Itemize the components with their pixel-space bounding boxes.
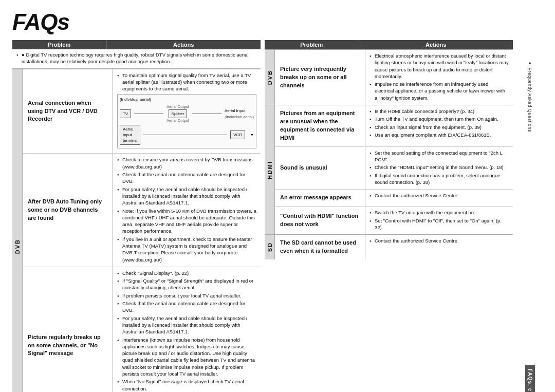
hdmi-pic-action-2: Turn Off the TV and equipment, then turn… bbox=[369, 116, 509, 122]
frequently-asked-label: ● Frequently Asked Questions bbox=[527, 61, 532, 132]
right-sd-label: SD bbox=[265, 235, 275, 259]
left-dvb-section: DVB Aerial connection when using DTV and… bbox=[12, 69, 261, 392]
right-dvb-rows: Picture very infrequently breaks up on s… bbox=[275, 50, 513, 105]
right-column: Problem Actions DVB Picture very infrequ… bbox=[265, 40, 513, 392]
problem-control-hdmi: "Control with HDMI" function does not wo… bbox=[275, 207, 365, 234]
left-dvb-label: DVB bbox=[12, 69, 23, 392]
right-hdmi-section: HDMI Pictures from an equipment are unus… bbox=[265, 105, 513, 234]
intro-text: ● Digital TV reception technology requir… bbox=[16, 51, 256, 65]
problem-aerial: Aerial connection when using DTV and VCR… bbox=[23, 69, 113, 154]
dvb-action-4: Note: If you live within 5-10 Km of DVB … bbox=[117, 208, 256, 235]
dvb-action-3: For your safety, the aerial and cable sh… bbox=[117, 186, 256, 207]
faq-item-control-hdmi: "Control with HDMI" function does not wo… bbox=[275, 207, 513, 234]
actions-error: Contact the authorized Service Centre. bbox=[365, 190, 513, 206]
faq-item-hdmi-pictures: Pictures from an equipment are unusual w… bbox=[275, 105, 513, 147]
pb-action-3: If problem persists consult your local T… bbox=[117, 292, 256, 299]
dvb-action-1: Check to ensure your area is covered by … bbox=[117, 156, 256, 170]
intro-area: ● Digital TV reception technology requir… bbox=[12, 49, 261, 69]
actions-infrequent: Electrical atmospheric interference caus… bbox=[365, 50, 513, 105]
page-title: FAQs bbox=[12, 9, 543, 35]
ctrl-hdmi-action-1: Switch the TV on again with the equipmen… bbox=[369, 209, 509, 216]
problem-infrequent: Picture very infrequently breaks up on s… bbox=[275, 50, 365, 105]
left-column: Problem Actions ● Digital TV reception t… bbox=[12, 40, 261, 392]
actions-picture-breaks: Check "Signal Display". (p. 22) If "Sign… bbox=[113, 267, 261, 392]
faq-item-picture-breaks: Picture regularly breaks up on some chan… bbox=[23, 267, 261, 392]
aerial-input-terminal: AerialInputterminal bbox=[120, 125, 140, 145]
left-header-actions: Actions bbox=[107, 40, 261, 49]
right-table-header: Problem Actions bbox=[265, 40, 513, 49]
actions-control-hdmi: Switch the TV on again with the equipmen… bbox=[365, 207, 513, 234]
left-dvb-rows: Aerial connection when using DTV and VCR… bbox=[23, 69, 261, 392]
ctrl-hdmi-action-2: Set "Control with HDMI" to "Off", then s… bbox=[369, 217, 509, 231]
aerial-action-1: To maintain optimum signal quality from … bbox=[117, 72, 256, 92]
problem-hdmi-pictures: Pictures from an equipment are unusual w… bbox=[275, 105, 365, 146]
inf-action-2: Impulse noise interference from an infre… bbox=[369, 81, 509, 101]
faq-item-dvb-tuning: After DVB Auto Tuning only some or no DV… bbox=[23, 154, 261, 267]
faq-item-infrequent: Picture very infrequently breaks up on s… bbox=[275, 50, 513, 105]
pb-action-6: Interference (known as impulse noise) fr… bbox=[117, 337, 256, 378]
sd-action-1: Contact the authorized Service Centre. bbox=[369, 237, 509, 244]
hdmi-pic-action-3: Check an input signal from the equipment… bbox=[369, 124, 509, 130]
inf-action-1: Electrical atmospheric interference caus… bbox=[369, 52, 509, 80]
dvb-action-2: Check that the aerial and antenna cable … bbox=[117, 171, 256, 185]
right-sd-section: SD The SD card cannot be used even when … bbox=[265, 234, 513, 259]
right-hdmi-rows: Pictures from an equipment are unusual w… bbox=[275, 105, 513, 234]
faq-item-sound: Sound is unusual Set the sound setting o… bbox=[275, 147, 513, 190]
actions-dvb-tuning: Check to ensure your area is covered by … bbox=[113, 154, 261, 266]
hdmi-pic-action-4: Use an equipment compliant with EIA/CEA-… bbox=[369, 132, 509, 138]
pb-action-7: When "No Signal" message is displayed ch… bbox=[117, 378, 256, 392]
actions-sd-card: Contact the authorized Service Centre. bbox=[365, 235, 513, 259]
right-header-problem: Problem bbox=[265, 40, 359, 49]
hdmi-pic-action-1: Is the HDMI cable connected properly? (p… bbox=[369, 108, 509, 115]
sound-action-3: If digital sound connection has a proble… bbox=[369, 172, 509, 186]
vcr-box: VCR bbox=[230, 130, 245, 139]
right-hdmi-label: HDMI bbox=[265, 105, 275, 234]
actions-hdmi-pictures: Is the HDMI cable connected properly? (p… bbox=[365, 105, 513, 146]
tv-icon: TV bbox=[120, 109, 131, 118]
faq-item-error: An error message appears Contact the aut… bbox=[275, 190, 513, 207]
right-header-actions: Actions bbox=[359, 40, 513, 49]
problem-sd-card: The SD card cannot be used even when it … bbox=[275, 235, 365, 259]
splitter-box: Splitter bbox=[169, 109, 188, 118]
right-sd-rows: The SD card cannot be used even when it … bbox=[275, 235, 513, 259]
pb-action-5: For your safety, the aerial and cable sh… bbox=[117, 315, 256, 335]
faq-item-aerial: Aerial connection when using DTV and VCR… bbox=[23, 69, 261, 154]
faq-item-sd-card: The SD card cannot be used even when it … bbox=[275, 235, 513, 259]
left-table-header: Problem Actions bbox=[12, 40, 261, 49]
problem-sound: Sound is unusual bbox=[275, 147, 365, 189]
right-dvb-label: DVB bbox=[265, 50, 275, 105]
sound-action-1: Set the sound setting of the connected e… bbox=[369, 150, 509, 163]
right-dvb-section: DVB Picture very infrequently breaks up … bbox=[265, 49, 513, 105]
problem-dvb-tuning: After DVB Auto Tuning only some or no DV… bbox=[23, 154, 113, 266]
pb-action-2: If "Signal Quality" or "Signal Strength"… bbox=[117, 277, 256, 291]
faqs-etc-label: FAQs, etc. bbox=[525, 365, 535, 392]
problem-picture-breaks: Picture regularly breaks up on some chan… bbox=[23, 267, 113, 392]
actions-sound: Set the sound setting of the connected e… bbox=[365, 147, 513, 189]
pb-action-1: Check "Signal Display". (p. 22) bbox=[117, 270, 256, 276]
error-action-1: Contact the authorized Service Centre. bbox=[369, 192, 509, 199]
left-header-problem: Problem bbox=[12, 40, 107, 49]
pb-action-4: Check that the aerial and antenna cable … bbox=[117, 300, 256, 314]
actions-aerial: To maintain optimum signal quality from … bbox=[113, 69, 261, 154]
problem-error: An error message appears bbox=[275, 190, 365, 206]
sound-action-2: Check the "HDMI1 input" setting in the S… bbox=[369, 164, 509, 171]
aerial-diagram: (Individual aerial) TV Aerial Output Spl… bbox=[117, 94, 256, 148]
dvb-action-5: If you live in a unit or apartment, chec… bbox=[117, 236, 256, 263]
